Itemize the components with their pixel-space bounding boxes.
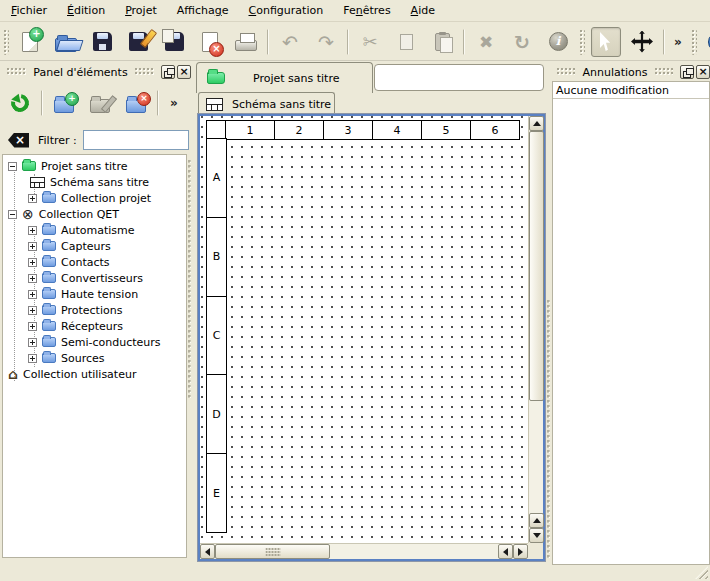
horizontal-scrollbar[interactable] xyxy=(200,543,528,559)
save-all-button[interactable] xyxy=(159,27,189,57)
delete-category-button[interactable] xyxy=(121,88,151,118)
paste-button[interactable] xyxy=(427,27,457,57)
toolbar-separator[interactable] xyxy=(463,29,465,55)
tree-item-label: Automatisme xyxy=(61,224,135,237)
cut-button[interactable] xyxy=(355,27,385,57)
element-panel-titlebar[interactable]: Panel d'éléments xyxy=(2,64,191,80)
undo-history-list[interactable]: Aucune modification xyxy=(552,81,710,565)
undo-list-item[interactable]: Aucune modification xyxy=(553,82,709,99)
expander-icon[interactable] xyxy=(28,322,37,331)
menu-item[interactable]: Configuration xyxy=(240,1,333,20)
expander-icon[interactable] xyxy=(28,226,37,235)
rotate-button[interactable] xyxy=(507,27,537,57)
redo-button[interactable] xyxy=(311,27,341,57)
menu-item[interactable]: Édition xyxy=(58,1,114,20)
tree-item[interactable]: Schéma sans titre xyxy=(3,174,186,190)
diagram-dot-grid[interactable] xyxy=(200,116,528,543)
undo-panel-titlebar[interactable]: Annulations xyxy=(552,64,710,80)
expander-icon[interactable] xyxy=(28,290,37,299)
toolbar-overflow-button[interactable]: » xyxy=(166,90,182,116)
pan-mode-button[interactable] xyxy=(627,27,657,57)
clear-filter-button[interactable] xyxy=(8,133,29,148)
toolbar-overflow-button[interactable]: » xyxy=(670,29,686,55)
scroll-up-button[interactable] xyxy=(529,513,544,528)
tree-item[interactable]: Collection utilisateur xyxy=(3,366,186,382)
scroll-left-button[interactable] xyxy=(498,544,513,559)
save-button[interactable] xyxy=(87,27,117,57)
selection-mode-button[interactable] xyxy=(591,27,621,57)
tree-item[interactable]: Automatisme xyxy=(3,222,186,238)
expander-icon[interactable] xyxy=(28,258,37,267)
expander-icon[interactable] xyxy=(8,210,17,219)
tree-item[interactable]: Contacts xyxy=(3,254,186,270)
vertical-scrollbar-thumb[interactable] xyxy=(529,131,544,401)
toolbar-separator[interactable] xyxy=(347,29,349,55)
print-button[interactable] xyxy=(231,27,261,57)
open-file-button[interactable] xyxy=(51,27,81,57)
tab-schema[interactable]: Schéma sans titre xyxy=(198,92,335,115)
close-file-button[interactable] xyxy=(195,27,225,57)
left-splitter-handle[interactable] xyxy=(188,160,192,400)
tree-item[interactable]: Protections xyxy=(3,302,186,318)
menu-item[interactable]: Fichier xyxy=(2,1,56,20)
right-splitter-handle[interactable] xyxy=(547,300,551,560)
float-panel-button[interactable] xyxy=(161,65,175,79)
tab-project[interactable]: Projet sans titre xyxy=(196,62,373,93)
vertical-scrollbar[interactable] xyxy=(528,116,543,543)
tree-item[interactable]: Sources xyxy=(3,350,186,366)
tree-item[interactable]: Haute tension xyxy=(3,286,186,302)
scroll-right-button[interactable] xyxy=(513,544,528,559)
scroll-down-button[interactable] xyxy=(529,528,544,543)
toolbar-separator[interactable] xyxy=(41,90,43,116)
float-panel-button[interactable] xyxy=(680,65,694,79)
expander-icon[interactable] xyxy=(28,194,37,203)
diagram-view[interactable]: 1 2 3 4 5 6 A B C xyxy=(198,114,545,561)
tree-item[interactable]: Convertisseurs xyxy=(3,270,186,286)
menu-item-label: Projet xyxy=(125,4,157,17)
toolbar-separator[interactable] xyxy=(267,29,269,55)
toolbar-drag-handle[interactable] xyxy=(579,29,585,55)
reload-collections-button[interactable] xyxy=(5,88,35,118)
expander-icon[interactable] xyxy=(28,242,37,251)
edit-category-button[interactable] xyxy=(85,88,115,118)
tree-item[interactable]: Capteurs xyxy=(3,238,186,254)
element-collections-tree[interactable]: Projet sans titre Schéma sans titre Coll… xyxy=(2,154,187,558)
save-as-button[interactable] xyxy=(123,27,153,57)
menu-item[interactable]: Fenêtres xyxy=(334,1,399,20)
expander-icon[interactable] xyxy=(28,354,37,363)
undo-panel-title: Annulations xyxy=(580,66,649,79)
menu-item[interactable]: Aide xyxy=(402,1,444,20)
toolbar-separator[interactable] xyxy=(663,29,665,55)
toolbar-drag-handle[interactable] xyxy=(3,29,9,55)
tree-item[interactable]: Collection projet xyxy=(3,190,186,206)
close-panel-button[interactable] xyxy=(177,65,191,79)
horizontal-scrollbar-thumb[interactable] xyxy=(215,544,330,559)
menu-item[interactable]: Projet xyxy=(116,1,166,20)
expander-icon[interactable] xyxy=(28,274,37,283)
menu-item[interactable]: Affichage xyxy=(168,1,238,20)
tree-item[interactable]: Collection QET xyxy=(3,206,186,222)
element-info-button[interactable] xyxy=(543,27,573,57)
expander-icon[interactable] xyxy=(28,338,37,347)
filter-input[interactable] xyxy=(83,130,189,150)
expander-icon[interactable] xyxy=(28,306,37,315)
toolbar-separator[interactable] xyxy=(157,90,159,116)
tree-item[interactable]: Semi-conducteurs xyxy=(3,334,186,350)
scroll-left-button[interactable] xyxy=(200,544,215,559)
scroll-up-button[interactable] xyxy=(529,116,544,131)
toolbar-drag-handle[interactable] xyxy=(691,29,697,55)
expander-icon[interactable] xyxy=(8,162,17,171)
window-resize-grip[interactable] xyxy=(695,566,708,579)
undo-button[interactable] xyxy=(275,27,305,57)
copy-button[interactable] xyxy=(391,27,421,57)
schema-icon xyxy=(30,177,45,188)
new-category-button[interactable] xyxy=(49,88,79,118)
diagram-row-headers: A B C D E xyxy=(206,139,227,533)
tree-item[interactable]: Récepteurs xyxy=(3,318,186,334)
about-button[interactable] xyxy=(703,27,710,57)
new-file-button[interactable] xyxy=(15,27,45,57)
tree-item[interactable]: Projet sans titre xyxy=(3,158,186,174)
close-panel-button[interactable] xyxy=(696,65,710,79)
dock-grip-texture xyxy=(7,68,26,76)
delete-button[interactable] xyxy=(471,27,501,57)
